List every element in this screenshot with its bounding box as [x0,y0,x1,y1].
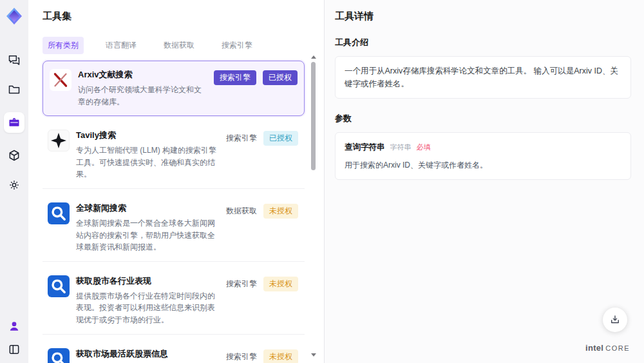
brand-intel: intel [585,343,603,353]
tab-language-translation[interactable]: 语言翻译 [100,37,142,54]
tool-title: Tavily搜索 [76,130,220,141]
card-body: 获取股市各行业表现 提供股票市场各个行业在特定时间段内的表现。投资者可以利用这些… [76,275,220,326]
tool-description: 全球新闻搜索是一个聚合全球各大新闻网站内容的搜索引擎，帮助用户快速获取全球最新资… [76,217,220,253]
parameter-required-label: 必填 [417,142,431,153]
scrollbar-thumb[interactable] [311,62,316,170]
category-label: 数据获取 [226,206,257,217]
page-title: 工具集 [43,10,305,23]
arxiv-icon [50,69,71,91]
scroll-up-arrow-icon[interactable] [311,55,316,59]
intel-core-logo: intel core [585,343,630,353]
app-window: 工具集 所有类别 语言翻译 数据获取 搜索引擎 Arxiv文献搜索 访问各个研究… [0,0,644,363]
category-label: 搜索引擎 [226,279,257,289]
sidebar-bottom [7,319,21,357]
tool-card-stock-sectors[interactable]: 获取股市各行业表现 提供股票市场各个行业在特定时间段内的表现。投资者可以利用这些… [43,268,305,335]
news-search-icon [48,202,70,224]
download-icon [609,314,621,326]
brand-core: core [605,344,630,352]
intro-heading: 工具介绍 [335,37,631,48]
panels-icon[interactable] [7,342,21,357]
cube-icon[interactable] [7,148,21,162]
tool-description: 提供股票市场各个行业在特定时间段内的表现。投资者可以利用这些信息来识别表现优于或… [76,290,220,326]
card-badges: 搜索引擎 未授权 [226,349,298,363]
tool-card-global-news[interactable]: 全球新闻搜索 全球新闻搜索是一个聚合全球各大新闻网站内容的搜索引擎，帮助用户快速… [43,195,305,262]
active-stocks-search-icon [48,348,70,363]
tool-title: 获取股市各行业表现 [76,275,220,287]
auth-status-badge: 已授权 [263,70,298,85]
params-heading: 参数 [335,113,631,124]
tool-title: 全球新闻搜索 [76,202,220,214]
category-badge: 搜索引擎 [214,70,256,85]
card-body: 获取市场最活跃股票信息 提供当天交易量最高的股票列表，投资者可以利用这些信息来识… [76,348,220,363]
intro-text: 一个用于从Arxiv存储库搜索科学论文和文章的工具。 输入可以是Arxiv ID… [345,66,618,88]
chat-icon[interactable] [7,53,21,67]
tool-title: Arxiv文献搜索 [78,69,207,81]
card-badges: 搜索引擎 未授权 [226,277,298,291]
tab-data-acquisition[interactable]: 数据获取 [158,37,200,54]
tool-description: 访问各个研究领域大量科学论文和文章的存储库。 [78,84,207,108]
stock-sector-search-icon [48,275,70,297]
tool-card-arxiv[interactable]: Arxiv文献搜索 访问各个研究领域大量科学论文和文章的存储库。 搜索引擎 已授… [43,61,305,116]
auth-status-badge: 已授权 [263,131,298,146]
tool-title: 获取市场最活跃股票信息 [76,348,220,360]
category-label: 搜索引擎 [226,351,257,362]
tavily-star-icon [48,130,70,152]
tab-search-engine[interactable]: 搜索引擎 [216,37,258,54]
folder-icon[interactable] [7,83,21,97]
list-scrollbar[interactable] [311,55,316,357]
card-badges: 数据获取 未授权 [226,204,298,219]
download-button[interactable] [603,308,627,332]
parameter-box: 查询字符串 字符串 必填 用于搜索的Arxiv ID、关键字或作者姓名。 [335,132,631,180]
parameter-header: 查询字符串 字符串 必填 [345,141,621,153]
tool-card-active-stocks[interactable]: 获取市场最活跃股票信息 提供当天交易量最高的股票列表，投资者可以利用这些信息来识… [43,340,305,363]
category-label: 搜索引擎 [226,133,257,144]
card-body: Arxiv文献搜索 访问各个研究领域大量科学论文和文章的存储库。 [78,69,207,108]
sidebar-nav [4,53,24,192]
tool-description: 专为人工智能代理 (LLM) 构建的搜索引擎工具。可快速提供实时、准确和真实的结… [76,144,220,181]
parameter-name: 查询字符串 [345,141,385,153]
tools-list-panel: 工具集 所有类别 语言翻译 数据获取 搜索引擎 Arxiv文献搜索 访问各个研究… [28,0,325,363]
card-body: 全球新闻搜索 全球新闻搜索是一个聚合全球各大新闻网站内容的搜索引擎，帮助用户快速… [76,202,220,253]
card-badges: 搜索引擎 已授权 [226,131,298,146]
tab-all-categories[interactable]: 所有类别 [43,37,84,54]
card-badges: 搜索引擎 已授权 [214,70,298,85]
tool-details-panel: 工具详情 工具介绍 一个用于从Arxiv存储库搜索科学论文和文章的工具。 输入可… [325,0,644,363]
gear-icon[interactable] [7,178,21,192]
parameter-type: 字符串 [390,142,412,153]
scroll-down-arrow-icon[interactable] [311,353,316,357]
user-icon[interactable] [7,319,21,333]
category-tabs: 所有类别 语言翻译 数据获取 搜索引擎 [43,37,305,54]
auth-status-badge: 未授权 [263,204,298,219]
auth-status-badge: 未授权 [263,349,298,363]
tool-card-list: Arxiv文献搜索 访问各个研究领域大量科学论文和文章的存储库。 搜索引擎 已授… [43,61,305,363]
card-body: Tavily搜索 专为人工智能代理 (LLM) 构建的搜索引擎工具。可快速提供实… [76,130,220,181]
intro-box: 一个用于从Arxiv存储库搜索科学论文和文章的工具。 输入可以是Arxiv ID… [335,56,631,99]
left-sidebar [0,0,28,363]
briefcase-icon[interactable] [4,112,24,133]
details-title: 工具详情 [335,10,631,23]
auth-status-badge: 未授权 [263,277,298,291]
parameter-description: 用于搜索的Arxiv ID、关键字或作者姓名。 [345,159,621,172]
tool-card-tavily[interactable]: Tavily搜索 专为人工智能代理 (LLM) 构建的搜索引擎工具。可快速提供实… [43,122,305,189]
app-logo [5,6,24,26]
